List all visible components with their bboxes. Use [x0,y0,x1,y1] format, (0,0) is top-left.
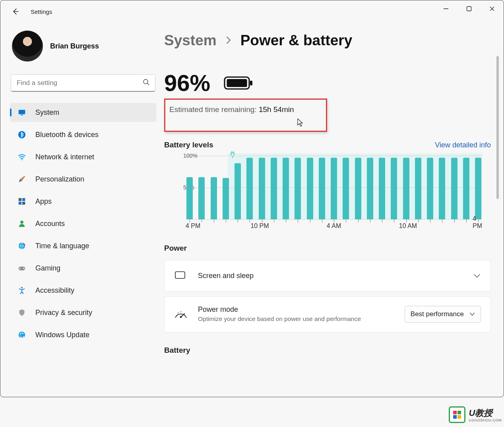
sidebar-item-update[interactable]: Windows Update [10,325,156,344]
battery-icon [224,75,253,91]
power-group-title: Power [164,244,491,253]
svg-rect-31 [457,415,461,419]
estimate-value: 15h 54min [259,105,294,114]
svg-rect-4 [19,110,25,114]
search-input[interactable] [11,74,155,92]
svg-rect-22 [175,272,185,278]
app-title: Settings [31,8,52,15]
screen-sleep-title: Screen and sleep [198,272,473,280]
view-detailed-link[interactable]: View detailed info [435,141,491,149]
profile-block[interactable]: Brian Burgess [10,31,156,62]
person-icon [17,219,27,228]
power-mode-title: Power mode [198,305,405,314]
chart-bar [295,158,301,219]
sidebar-item-system[interactable]: System [10,103,156,122]
sidebar-item-apps[interactable]: Apps [10,192,156,211]
settings-window: Settings Brian Burgess [0,0,504,397]
svg-rect-9 [22,198,25,201]
display-icon [17,108,27,117]
annotation-highlight: Estimated time remaining: 15h 54min [164,99,327,132]
chart-bar [186,177,193,219]
sidebar-item-accounts[interactable]: Accounts [10,214,156,233]
close-button[interactable] [481,0,504,17]
chart-bar [283,158,289,219]
scrollbar[interactable] [496,56,500,397]
bluetooth-icon [17,130,27,139]
sidebar-item-privacy[interactable]: Privacy & security [10,303,156,322]
watermark-badge-icon [449,406,465,423]
power-mode-dropdown[interactable]: Best performance [405,306,481,323]
gauge-icon [174,307,188,321]
battery-percent: 96% [164,70,210,96]
power-mode-value: Best performance [411,310,464,318]
sidebar-item-label: Time & language [35,242,89,250]
chevron-down-icon [473,273,481,278]
breadcrumb: System Power & battery [164,32,491,49]
search-icon [143,79,150,87]
chart-bar [331,158,337,219]
chart-bar [427,158,433,219]
title-bar: Settings [0,0,504,23]
watermark-sub: UJIAOSHOU.COM [469,418,502,422]
svg-point-26 [178,313,178,313]
chart-bar [343,158,349,219]
xaxis-label: 4 PM [186,222,200,230]
sidebar-item-label: Apps [35,197,52,206]
sidebar-item-label: Accessibility [35,286,74,295]
chart-bar [415,158,421,219]
chart-bar [271,158,277,219]
shield-icon [17,308,27,317]
expand-button[interactable] [473,273,481,278]
sidebar-item-network[interactable]: Network & internet [10,147,156,166]
xaxis-label: 4 AM [327,222,341,230]
minimize-icon [443,6,449,12]
sidebar-item-personalization[interactable]: Personalization [10,170,156,189]
sidebar-item-label: Accounts [35,220,65,228]
svg-rect-21 [250,81,252,85]
chart-bar [451,158,457,219]
power-mode-sub: Optimize your device based on power use … [198,315,405,323]
gamepad-icon [17,263,27,273]
sidebar-item-label: Windows Update [35,331,89,339]
battery-levels-title: Battery levels [164,141,213,149]
sidebar-item-gaming[interactable]: Gaming [10,259,156,278]
chart-bar [463,158,469,219]
minimize-button[interactable] [434,0,457,17]
maximize-button[interactable] [457,0,481,17]
window-controls [434,0,504,17]
update-icon [17,330,27,340]
chart-bar [259,158,265,219]
profile-name: Brian Burgess [50,42,99,50]
nav-list: SystemBluetooth & devicesNetwork & inter… [10,103,156,344]
chart-bar [391,158,397,219]
svg-rect-20 [227,79,247,87]
svg-rect-1 [467,7,471,11]
sidebar-item-time[interactable]: Time & language [10,236,156,255]
scrollbar-thumb[interactable] [496,56,499,199]
svg-rect-29 [457,411,461,414]
svg-rect-10 [19,202,21,205]
brush-icon [17,174,27,184]
back-button[interactable] [8,4,23,19]
svg-point-15 [23,268,23,269]
xaxis-label: 10 AM [399,222,417,230]
svg-line-3 [147,83,149,85]
sidebar-item-bluetooth[interactable]: Bluetooth & devices [10,125,156,144]
estimate-label: Estimated time remaining: [169,105,259,114]
main-panel: System Power & battery 96% [159,23,504,397]
chart-bar [198,177,205,219]
close-icon [489,6,495,12]
back-arrow-icon [12,8,19,15]
screen-sleep-card[interactable]: Screen and sleep [164,260,491,292]
sidebar-item-label: Gaming [35,264,60,272]
avatar [12,31,43,62]
breadcrumb-current: Power & battery [240,32,353,49]
apps-icon [17,197,27,206]
battery-chart[interactable]: 100% 50% 4 PM10 PM4 AM10 AM4 PM [164,153,491,230]
search-box [11,74,155,92]
watermark: U教授 UJIAOSHOU.COM [449,406,502,423]
sidebar-item-accessibility[interactable]: Accessibility [10,281,156,300]
breadcrumb-parent[interactable]: System [164,32,217,49]
sidebar: Brian Burgess SystemBluetooth & devicesN… [0,23,159,397]
watermark-text: U教授 [469,407,502,419]
